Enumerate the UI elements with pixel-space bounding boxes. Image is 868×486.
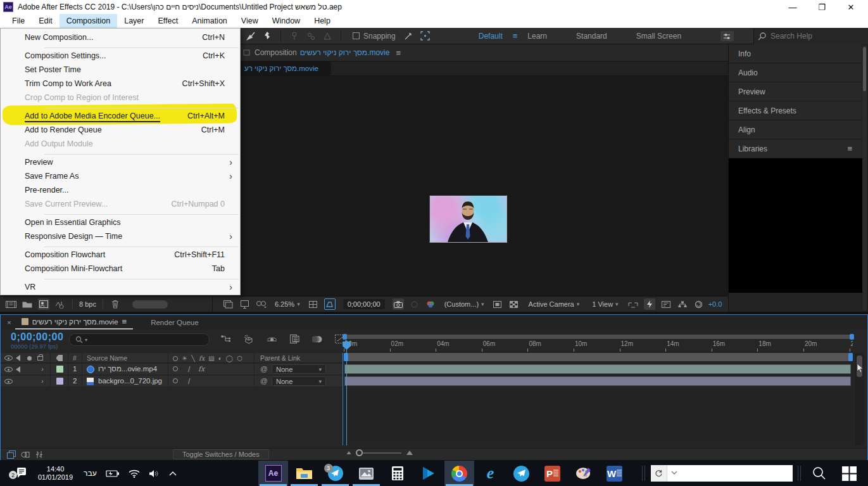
menu-item[interactable]: Open in Essential Graphics xyxy=(1,215,240,229)
hidden-icons-chevron[interactable] xyxy=(169,471,177,476)
timeline-tab[interactable]: מסך ירוק ניקוי רעשים.movie ≡ xyxy=(15,315,133,329)
taskbar-file-explorer[interactable] xyxy=(289,461,319,486)
snapshot-icon[interactable] xyxy=(393,298,404,310)
menu-item[interactable]: Composition Flowchart Ctrl+Shift+F11 xyxy=(1,248,240,262)
layer-source-name[interactable]: מסך ירו...ovie.mp4 xyxy=(98,365,167,373)
start-button[interactable] xyxy=(842,466,857,483)
share-view-icon[interactable] xyxy=(627,299,639,309)
address-input[interactable] xyxy=(681,469,793,478)
layer-label-swatch[interactable] xyxy=(56,378,63,385)
expand-transfer-controls-icon[interactable] xyxy=(18,449,32,460)
taskbar-movies-tv[interactable] xyxy=(413,461,443,486)
dock-panel-tab[interactable]: Effects & Presets xyxy=(729,101,862,120)
source-name-column-header[interactable]: Source Name xyxy=(87,354,127,362)
expand-in-out-icon[interactable] xyxy=(32,449,46,460)
workspace-default[interactable]: Default xyxy=(479,32,503,41)
always-preview-icon[interactable] xyxy=(223,299,234,309)
taskbar-internet-explorer[interactable]: e xyxy=(475,461,505,486)
active-camera-dropdown[interactable]: Active Camera▾ xyxy=(529,300,580,308)
taskbar-paint[interactable] xyxy=(569,461,598,486)
volume-icon[interactable] xyxy=(149,470,160,478)
interpret-footage-icon[interactable] xyxy=(5,299,16,309)
time-ruler[interactable]: 00m02m04m06m08m10m12m14m16m18m20m22m xyxy=(343,340,853,352)
zoom-slider-thumb[interactable] xyxy=(356,449,363,456)
region-of-interest-icon[interactable] xyxy=(492,299,503,309)
project-scrollbar-thumb[interactable] xyxy=(132,300,168,309)
menubar-item[interactable]: Animation xyxy=(185,14,234,28)
motion-blur-icon[interactable] xyxy=(310,333,324,345)
workspace-learn[interactable]: Learn xyxy=(527,32,547,41)
layer-label-swatch[interactable] xyxy=(56,366,63,373)
pick-whip-icon[interactable]: @ xyxy=(260,377,268,385)
fast-previews-icon[interactable] xyxy=(644,298,655,310)
menu-item[interactable] xyxy=(1,211,240,215)
comp-current-time[interactable]: 0;00;00;00 xyxy=(343,299,385,309)
menu-item[interactable]: New Composition... Ctrl+N xyxy=(1,30,240,44)
close-button[interactable]: ✕ xyxy=(836,0,865,14)
dock-panel-tab[interactable]: Preview xyxy=(729,82,862,101)
video-preview[interactable] xyxy=(429,195,507,243)
composition-viewer[interactable] xyxy=(239,76,728,296)
new-composition-icon[interactable] xyxy=(38,298,49,310)
refresh-icon[interactable] xyxy=(651,465,667,482)
timeline-tab-close-icon[interactable]: × xyxy=(7,319,11,326)
menu-item[interactable] xyxy=(1,44,240,49)
menu-item[interactable]: Add to Adobe Media Encoder Queue... Ctrl… xyxy=(1,109,240,123)
magnification-dropdown[interactable]: 6.25%▾ xyxy=(275,300,300,308)
notification-center-icon[interactable]: 2 xyxy=(14,467,27,480)
layer-visibility-icon[interactable] xyxy=(4,367,13,372)
menubar-item[interactable]: Effect xyxy=(151,14,185,28)
transparency-grid-icon[interactable] xyxy=(508,299,520,309)
menu-item[interactable]: Responsive Design — Time › xyxy=(1,229,240,243)
menu-item[interactable]: VR › xyxy=(1,280,240,294)
workspace-standard[interactable]: Standard xyxy=(576,32,607,41)
dock-panel-tab[interactable]: Info xyxy=(729,44,862,63)
taskbar-powerpoint[interactable]: P xyxy=(538,461,567,486)
timeline-track-area[interactable] xyxy=(343,353,854,445)
chevron-down-icon[interactable] xyxy=(667,471,681,476)
view-layout-icon[interactable] xyxy=(256,299,267,309)
taskbar-messenger[interactable]: 3 xyxy=(320,461,350,486)
taskbar-photos[interactable] xyxy=(351,461,381,486)
parent-dropdown[interactable]: None▾ xyxy=(272,376,326,386)
taskbar-address-box[interactable] xyxy=(651,465,793,482)
taskbar-after-effects[interactable]: Ae xyxy=(258,461,288,486)
layer-source-name[interactable]: backgro...0_720.jpg xyxy=(98,377,167,385)
snap-bounds-icon[interactable] xyxy=(420,31,431,41)
timeline-v-scrollbar[interactable] xyxy=(854,353,864,445)
help-search[interactable] xyxy=(753,28,868,44)
layer-quality-switch[interactable]: / xyxy=(188,377,190,386)
dock-panel-tab[interactable]: Align xyxy=(729,120,862,139)
brush-tool-icon[interactable] xyxy=(245,31,256,41)
menu-item[interactable] xyxy=(1,276,240,280)
composition-viewer-tab[interactable]: מסך ירוק ניקוי רע.movie xyxy=(239,61,331,75)
layer-quality-switch[interactable]: / xyxy=(188,365,190,374)
menubar-item[interactable]: Help xyxy=(307,14,337,28)
language-indicator[interactable]: עבר xyxy=(84,469,97,478)
new-folder-icon[interactable] xyxy=(22,299,33,309)
menubar-item[interactable]: Composition xyxy=(60,14,117,28)
wifi-icon[interactable] xyxy=(129,470,140,478)
layer-expander-icon[interactable]: › xyxy=(41,365,44,373)
layer-2-duration-bar[interactable] xyxy=(344,376,851,386)
menubar-item[interactable]: Edit xyxy=(32,14,60,28)
menu-item[interactable]: Add to Render Queue Ctrl+M xyxy=(1,123,240,137)
dock-panel-tab[interactable]: Libraries ≡ xyxy=(729,139,862,158)
timeline-current-time[interactable]: 0;00;00;00 xyxy=(11,331,63,343)
menu-item[interactable]: Trim Comp to Work Area Ctrl+Shift+X xyxy=(1,77,240,91)
layer-row-1[interactable]: › 1 מסך ירו...ovie.mp4 / fx @ None▾ xyxy=(1,364,343,375)
menubar-item[interactable]: View xyxy=(234,14,265,28)
menubar-item[interactable]: File xyxy=(5,14,32,28)
pick-whip-icon[interactable]: @ xyxy=(260,365,268,373)
timeline-button-icon[interactable] xyxy=(660,299,672,309)
layer-visibility-icon[interactable] xyxy=(4,379,13,384)
menu-item[interactable]: Add Output Module xyxy=(1,137,240,151)
menu-item[interactable]: Composition Settings... Ctrl+K xyxy=(1,49,240,63)
minimize-button[interactable]: — xyxy=(778,0,807,14)
taskbar-search-icon[interactable] xyxy=(812,466,827,483)
dock-scrollbar[interactable] xyxy=(862,46,867,310)
menu-item[interactable]: Set Poster Time xyxy=(1,63,240,77)
puppet-pin-tool-icon[interactable] xyxy=(261,31,273,41)
main-monitor-icon[interactable] xyxy=(239,299,251,309)
snapping-checkbox[interactable] xyxy=(353,32,360,39)
